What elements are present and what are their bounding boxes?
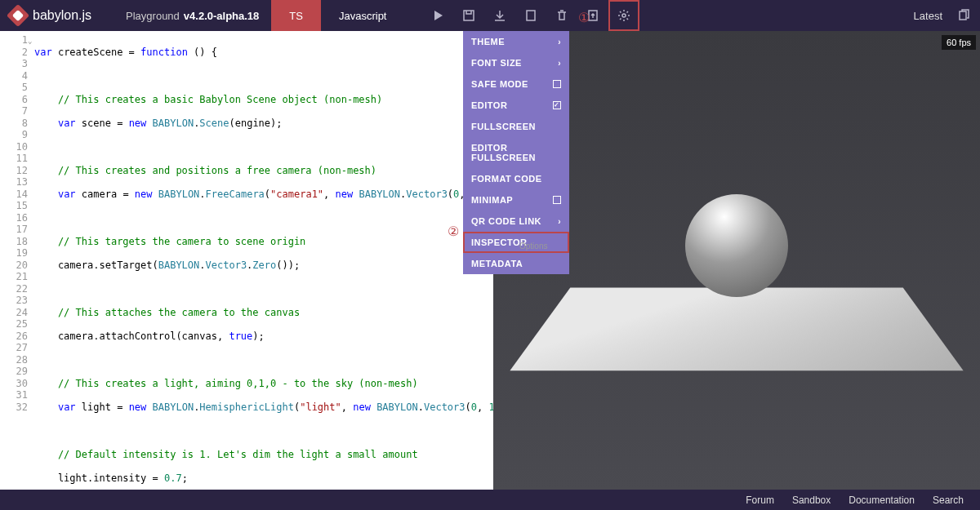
svg-point-3 [622,14,626,17]
version-selector[interactable]: Latest [914,10,942,22]
line-gutter: 1234567891011121314151617181920212223242… [0,34,34,490]
language-tabs: TS Javascript [271,0,404,31]
chevron-right-icon: › [558,217,561,226]
footer-documentation[interactable]: Documentation [849,494,915,506]
menu-minimap[interactable]: Minimap [463,189,569,211]
settings-button[interactable] [608,0,639,31]
svg-rect-1 [527,11,535,20]
delete-button[interactable] [546,0,577,31]
footer-sandbox[interactable]: Sandbox [792,494,831,506]
annotation-1: ① [578,10,590,25]
save-button[interactable] [453,0,484,31]
playground-label: Playground [126,10,180,22]
fold-icon[interactable]: ⌄ [28,35,32,47]
settings-dropdown: Theme› Font Size› Safe Mode Editor Fulls… [463,31,569,274]
annotation-2: ② [448,224,459,239]
footer-forum[interactable]: Forum [746,494,774,506]
options-label: Options [519,242,547,251]
footer-search[interactable]: Search [933,494,964,506]
logo[interactable]: babylon.js [0,7,101,24]
babylon-logo-icon [7,4,29,27]
menu-fontsize[interactable]: Font Size› [463,52,569,73]
svg-rect-4 [960,11,966,20]
header: babylon.js Playground v4.2.0-alpha.18 TS… [0,0,980,31]
toolbar [422,0,639,31]
playground-version: v4.2.0-alpha.18 [184,10,260,22]
download-button[interactable] [484,0,515,31]
menu-fullscreen[interactable]: Fullscreen [463,116,569,137]
menu-inspector[interactable]: Inspector [463,232,569,253]
menu-editorfullscreen[interactable]: Editor Fullscreen [463,137,569,168]
menu-metadata[interactable]: Metadata [463,253,569,274]
run-button[interactable] [422,0,453,31]
chevron-right-icon: › [558,59,561,68]
menu-formatcode[interactable]: Format Code [463,168,569,189]
menu-qrcode[interactable]: QR Code Link› [463,211,569,232]
logo-text: babylon.js [33,8,91,23]
menu-safemode[interactable]: Safe Mode [463,73,569,95]
checkbox-checked-icon [553,101,561,109]
footer: Forum Sandbox Documentation Search [0,490,980,510]
sphere-mesh [685,194,788,297]
tab-js[interactable]: Javascript [321,0,405,31]
menu-editor[interactable]: Editor [463,95,569,116]
copy-icon[interactable] [957,9,970,22]
new-button[interactable] [515,0,546,31]
tab-ts[interactable]: TS [271,0,321,31]
ground-mesh [510,287,963,370]
code-content[interactable]: var createScene = function () { // This … [34,34,493,490]
checkbox-icon [553,80,561,88]
menu-theme[interactable]: Theme› [463,31,569,52]
chevron-right-icon: › [558,38,561,47]
code-editor[interactable]: ⌄ 12345678910111213141516171819202122232… [0,31,493,490]
svg-rect-0 [464,11,474,20]
checkbox-icon [553,196,561,204]
